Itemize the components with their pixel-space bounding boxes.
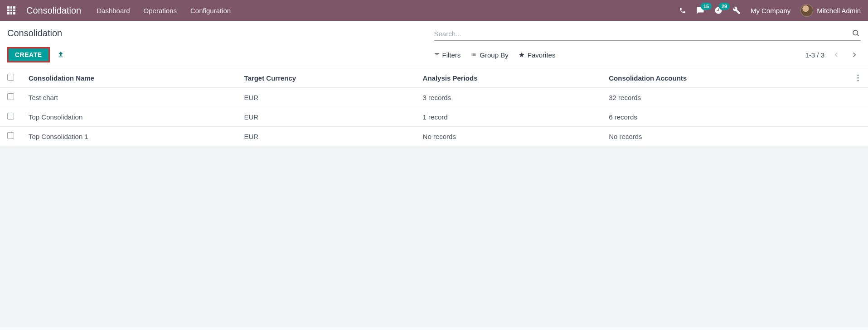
messages-badge: 15 — [701, 3, 712, 10]
activities-icon[interactable]: 29 — [714, 6, 723, 14]
filters-label: Filters — [442, 51, 461, 59]
user-menu[interactable]: Mitchell Admin — [800, 4, 861, 17]
row-checkbox[interactable] — [7, 93, 14, 100]
row-checkbox[interactable] — [7, 132, 14, 139]
cell-periods: 3 records — [416, 88, 602, 107]
cell-periods: 1 record — [416, 107, 602, 127]
nav-configuration[interactable]: Configuration — [190, 7, 231, 14]
svg-line-1 — [857, 34, 858, 36]
search-input[interactable] — [434, 27, 861, 41]
list-icon — [470, 52, 477, 57]
pager-prev[interactable] — [830, 48, 843, 61]
navbar: Consolidation Dashboard Operations Confi… — [0, 0, 868, 21]
select-all-checkbox[interactable] — [7, 74, 14, 81]
page-background — [0, 146, 868, 327]
svg-point-0 — [853, 30, 858, 35]
app-brand[interactable]: Consolidation — [26, 5, 81, 16]
svg-point-4 — [857, 80, 858, 81]
funnel-icon — [434, 52, 440, 57]
table-header-row: Consolidation Name Target Currency Analy… — [0, 68, 868, 88]
table-row[interactable]: Test chart EUR 3 records 32 records — [0, 88, 868, 107]
export-icon[interactable] — [55, 49, 66, 60]
filters-dropdown[interactable]: Filters — [434, 51, 461, 59]
table-row[interactable]: Top Consolidation 1 EUR No records No re… — [0, 127, 868, 146]
debug-icon[interactable] — [732, 6, 741, 14]
col-header-name[interactable]: Consolidation Name — [21, 68, 237, 88]
cell-name: Test chart — [21, 88, 237, 107]
cell-accounts: No records — [601, 127, 850, 146]
company-selector[interactable]: My Company — [751, 7, 790, 14]
star-icon — [519, 52, 525, 58]
col-header-accounts[interactable]: Consolidation Accounts — [601, 68, 850, 88]
nav-dashboard[interactable]: Dashboard — [97, 7, 130, 14]
create-button[interactable]: CREATE — [7, 47, 50, 62]
groupby-dropdown[interactable]: Group By — [470, 51, 508, 59]
cell-currency: EUR — [237, 88, 415, 107]
nav-operations[interactable]: Operations — [144, 7, 177, 14]
list-view: Consolidation Name Target Currency Analy… — [0, 68, 868, 146]
table-row[interactable]: Top Consolidation EUR 1 record 6 records — [0, 107, 868, 127]
activities-badge: 29 — [719, 3, 730, 10]
cell-accounts: 6 records — [601, 107, 850, 127]
control-panel: Consolidation CREATE Filters — [0, 21, 868, 68]
user-name: Mitchell Admin — [817, 7, 861, 14]
col-header-currency[interactable]: Target Currency — [237, 68, 415, 88]
cell-periods: No records — [416, 127, 602, 146]
pager-text: 1-3 / 3 — [805, 51, 824, 59]
favorites-dropdown[interactable]: Favorites — [519, 51, 556, 59]
svg-point-3 — [857, 77, 858, 78]
groupby-label: Group By — [480, 51, 508, 59]
cell-currency: EUR — [237, 107, 415, 127]
pager-next[interactable] — [848, 48, 861, 61]
cell-accounts: 32 records — [601, 88, 850, 107]
row-checkbox[interactable] — [7, 113, 14, 120]
cell-name: Top Consolidation 1 — [21, 127, 237, 146]
apps-icon[interactable] — [7, 6, 15, 14]
svg-point-2 — [857, 74, 858, 76]
cell-name: Top Consolidation — [21, 107, 237, 127]
messages-icon[interactable]: 15 — [696, 6, 704, 14]
columns-menu-icon[interactable] — [857, 74, 861, 81]
search-icon[interactable] — [852, 29, 860, 37]
favorites-label: Favorites — [528, 51, 556, 59]
phone-icon[interactable] — [679, 7, 686, 14]
avatar — [800, 4, 813, 17]
breadcrumb: Consolidation — [7, 26, 434, 38]
cell-currency: EUR — [237, 127, 415, 146]
col-header-periods[interactable]: Analysis Periods — [416, 68, 602, 88]
